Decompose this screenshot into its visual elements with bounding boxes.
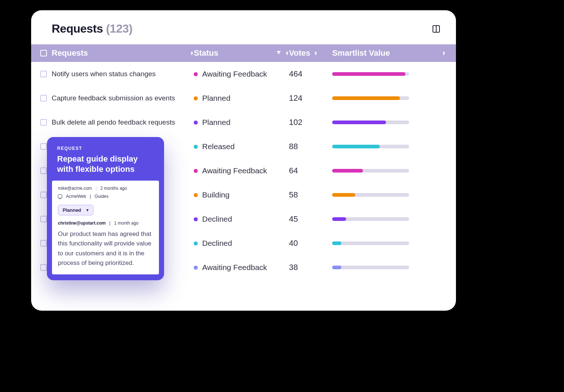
status-text: Planned	[202, 94, 230, 103]
status-cell: Declined	[194, 239, 289, 248]
card-header: REQUEST Repeat guide display with flexib…	[47, 137, 164, 181]
table-row[interactable]: Notify users when status changesAwaiting…	[31, 62, 456, 86]
commenter-meta: christine@upstart.com | 1 month ago	[58, 221, 153, 226]
smartlist-cell	[332, 266, 456, 269]
filter-icon[interactable]	[276, 48, 282, 58]
request-title: Bulk delete all pendo feedback requests	[52, 118, 194, 126]
select-all-checkbox[interactable]	[40, 50, 47, 56]
header-checkbox-cell	[36, 50, 52, 56]
column-header-smartlist[interactable]: Smartlist Value ▲▼	[332, 48, 456, 58]
votes-cell: 40	[289, 238, 332, 248]
status-text: Planned	[202, 118, 230, 127]
card-title: Repeat guide display with flexible optio…	[57, 154, 154, 174]
smartlist-bar	[332, 266, 409, 269]
status-dot-icon	[194, 217, 198, 221]
status-cell: Awaiting Feedback	[194, 166, 289, 175]
request-title: Notify users when status changes	[52, 70, 194, 78]
title-text: Requests	[52, 22, 103, 35]
sort-icon[interactable]: ▲▼	[314, 51, 318, 55]
status-text: Awaiting Feedback	[202, 70, 267, 78]
status-cell: Awaiting Feedback	[194, 70, 289, 78]
status-text: Declined	[202, 239, 232, 248]
card-author-meta: mike@acme.com | 2 months ago	[58, 186, 153, 191]
status-dot-icon	[194, 241, 198, 245]
row-checkbox[interactable]	[40, 240, 47, 247]
comment-text: Our product team has agreed that this fu…	[58, 229, 153, 268]
column-header-requests[interactable]: Requests ▲▼	[52, 48, 194, 58]
smartlist-bar	[332, 241, 409, 245]
title-count: (123)	[106, 22, 132, 35]
votes-cell: 124	[289, 93, 332, 103]
smartlist-bar-fill	[332, 169, 363, 173]
column-header-votes[interactable]: Votes ▲▼	[289, 48, 332, 58]
status-dot-icon	[194, 193, 198, 197]
votes-cell: 64	[289, 166, 332, 175]
smartlist-bar-fill	[332, 241, 341, 245]
separator: |	[90, 194, 91, 199]
status-dropdown[interactable]: Planned ▾	[58, 205, 93, 215]
status-dot-icon	[194, 96, 198, 100]
smartlist-bar-fill	[332, 145, 380, 148]
smartlist-cell	[332, 217, 456, 221]
votes-cell: 45	[289, 214, 332, 224]
row-checkbox[interactable]	[40, 216, 47, 222]
status-dot-icon	[194, 169, 198, 173]
smartlist-bar-fill	[332, 217, 346, 221]
status-cell: Building	[194, 191, 289, 199]
request-detail-card: REQUEST Repeat guide display with flexib…	[47, 137, 164, 280]
votes-cell: 58	[289, 190, 332, 200]
monitor-icon	[58, 195, 62, 198]
status-dot-icon	[194, 145, 198, 149]
column-label: Requests	[52, 48, 88, 58]
columns-toggle-icon[interactable]	[433, 25, 440, 33]
smartlist-bar	[332, 121, 409, 124]
smartlist-bar-fill	[332, 72, 405, 76]
smartlist-cell	[332, 241, 456, 245]
sort-icon[interactable]: ▲▼	[190, 51, 194, 55]
votes-cell: 464	[289, 69, 332, 79]
smartlist-cell	[332, 145, 456, 148]
card-app-meta: AcmeWeb | Guides	[58, 194, 153, 199]
smartlist-bar	[332, 96, 409, 100]
status-label: Planned	[63, 207, 81, 213]
sort-icon[interactable]: ▲▼	[442, 51, 446, 55]
row-checkbox[interactable]	[40, 192, 47, 198]
status-text: Declined	[202, 215, 232, 223]
column-header-status[interactable]: Status ▲▼	[194, 48, 289, 58]
row-checkbox[interactable]	[40, 71, 47, 77]
smartlist-bar	[332, 145, 409, 148]
smartlist-bar-fill	[332, 266, 341, 269]
table-row[interactable]: Capture feedback submission as eventsPla…	[31, 86, 456, 110]
smartlist-cell	[332, 193, 456, 197]
smartlist-bar-fill	[332, 96, 400, 100]
votes-cell: 38	[289, 263, 332, 272]
status-text: Awaiting Feedback	[202, 263, 267, 272]
smartlist-bar	[332, 217, 409, 221]
row-checkbox[interactable]	[40, 119, 47, 126]
card-body: mike@acme.com | 2 months ago AcmeWeb | G…	[52, 181, 159, 274]
smartlist-cell	[332, 121, 456, 124]
table-row[interactable]: Bulk delete all pendo feedback requestsP…	[31, 110, 456, 134]
smartlist-bar	[332, 169, 409, 173]
status-cell: Released	[194, 142, 289, 151]
commenter-time: 1 month ago	[114, 221, 139, 226]
row-checkbox[interactable]	[40, 264, 47, 271]
smartlist-bar-fill	[332, 193, 355, 197]
row-checkbox[interactable]	[40, 167, 47, 174]
status-text: Released	[202, 142, 235, 151]
status-cell: Declined	[194, 215, 289, 223]
commenter-email: christine@upstart.com	[58, 221, 105, 226]
status-text: Building	[202, 191, 230, 199]
status-cell: Planned	[194, 118, 289, 127]
status-dot-icon	[194, 72, 198, 76]
chevron-down-icon: ▾	[86, 208, 89, 212]
sort-icon[interactable]: ▲▼	[285, 51, 289, 55]
votes-cell: 102	[289, 118, 332, 127]
row-checkbox[interactable]	[40, 95, 47, 101]
app-name: AcmeWeb	[66, 194, 86, 199]
separator: |	[96, 186, 97, 191]
row-checkbox[interactable]	[40, 143, 47, 150]
page-title: Requests (123)	[52, 22, 133, 36]
smartlist-bar-fill	[332, 121, 386, 124]
smartlist-cell	[332, 169, 456, 173]
